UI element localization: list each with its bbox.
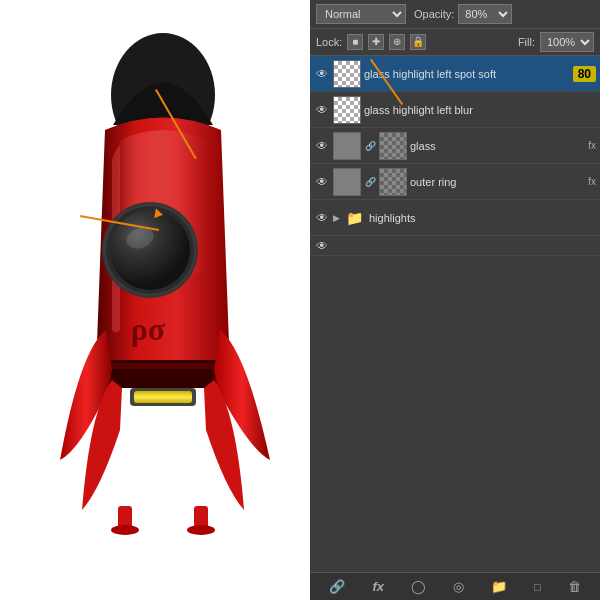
layer-link-icon: 🔗 [364,176,376,188]
rocket-scene: ρσ [0,0,310,600]
layer-name: outer ring [410,176,583,188]
blend-mode-select[interactable]: Normal Multiply Screen [316,4,406,24]
rocket-illustration: ρσ [30,30,300,570]
svg-point-13 [187,525,215,535]
layer-mask-thumbnail [379,168,407,196]
visibility-toggle[interactable]: 👁 [314,138,330,154]
fx-badge: fx [588,140,596,151]
layer-mask-thumbnail [379,132,407,160]
opacity-badge: 80 [573,66,596,82]
visibility-toggle[interactable]: 👁 [314,238,330,254]
layer-row[interactable]: 👁 ▶ 📁 highlights [310,200,600,236]
layer-name: glass highlight left spot soft [364,68,566,80]
layer-name: highlights [369,212,596,224]
lock-position-btn[interactable]: ⊕ [389,34,405,50]
layer-row[interactable]: 👁 glass highlight left spot soft 80 [310,56,600,92]
visibility-toggle[interactable]: 👁 [314,174,330,190]
fx-badge: fx [588,176,596,187]
layer-row[interactable]: 👁 🔗 outer ring fx [310,164,600,200]
opacity-label: Opacity: [414,8,454,20]
folder-expand-arrow[interactable]: ▶ [333,213,340,223]
add-mask-btn[interactable]: ◯ [407,577,430,596]
fill-label: Fill: [518,36,535,48]
lock-move-btn[interactable]: ✚ [368,34,384,50]
layers-panel: Normal Multiply Screen Opacity: 80% 100%… [310,0,600,600]
opacity-select[interactable]: 80% 100% 50% [458,4,512,24]
lock-pixels-btn[interactable]: ■ [347,34,363,50]
layer-thumbnail [333,168,361,196]
layer-row[interactable]: 👁 🔗 glass fx [310,128,600,164]
adjustment-btn[interactable]: ◎ [449,577,468,596]
layer-thumbnail [333,132,361,160]
layer-thumbnail [333,96,361,124]
svg-point-12 [111,525,139,535]
svg-text:ρσ: ρσ [131,311,166,347]
layer-row[interactable]: 👁 glass highlight left blur [310,92,600,128]
delete-layer-btn[interactable]: 🗑 [564,577,585,596]
fx-btn[interactable]: fx [368,577,388,596]
new-group-btn[interactable]: 📁 [487,577,511,596]
folder-icon: 📁 [346,210,363,226]
lock-label: Lock: [316,36,342,48]
layer-thumbnail [333,60,361,88]
layer-name: glass highlight left blur [364,104,596,116]
lock-all-btn[interactable]: 🔒 [410,34,426,50]
lock-fill-bar: Lock: ■ ✚ ⊕ 🔒 Fill: 100% 80% [310,29,600,56]
layer-row[interactable]: 👁 [310,236,600,256]
visibility-toggle[interactable]: 👁 [314,102,330,118]
layer-name: glass [410,140,583,152]
svg-rect-9 [134,391,192,403]
svg-rect-2 [104,363,222,369]
visibility-toggle[interactable]: 👁 [314,210,330,226]
link-layers-btn[interactable]: 🔗 [325,577,349,596]
visibility-toggle[interactable]: 👁 [314,66,330,82]
blend-opacity-bar: Normal Multiply Screen Opacity: 80% 100%… [310,0,600,29]
layer-link-icon: 🔗 [364,140,376,152]
new-layer-btn[interactable]: □ [530,579,545,595]
fill-select[interactable]: 100% 80% [540,32,594,52]
annotation-arrowhead-2 [154,208,164,219]
panel-bottom-toolbar: 🔗 fx ◯ ◎ 📁 □ 🗑 [310,572,600,600]
